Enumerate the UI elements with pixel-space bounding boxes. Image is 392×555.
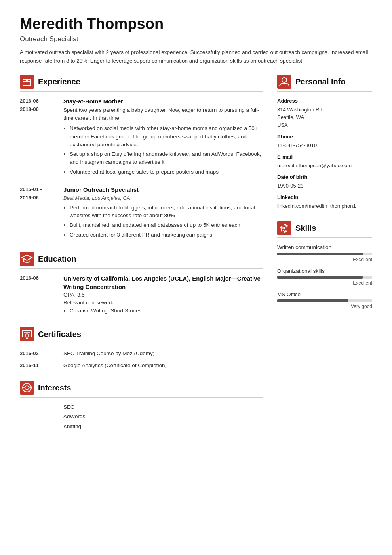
dob-value: 1990-05-23 [277, 182, 372, 190]
exp-job-title-1: Stay-at-Home Mother [63, 97, 263, 106]
left-column: Experience 2016-06 - 2018-06 Stay-at-Hom… [20, 75, 263, 442]
certificates-icon [20, 327, 34, 341]
svg-point-17 [283, 227, 285, 229]
skill-name-1: Written communication [277, 243, 372, 251]
svg-marker-4 [22, 255, 32, 260]
candidate-name: Meredith Thompson [20, 16, 372, 33]
cert-entry-1: 2016-02 SEO Training Course by Moz (Udem… [20, 350, 263, 358]
cert-name-2: Google Analytics (Certificate of Complet… [63, 362, 167, 369]
main-layout: Experience 2016-06 - 2018-06 Stay-at-Hom… [20, 75, 372, 442]
certificates-section: Certificates 2016-02 SEO Training Course… [20, 327, 263, 370]
edu-coursework-item-1: Creative Writing: Short Stories [70, 307, 263, 315]
skills-title: Skills [295, 222, 316, 234]
exp-bullets-1: Networked on social media with other sta… [63, 124, 263, 176]
skill-bar-1 [277, 253, 372, 255]
edu-coursework-label-1: Relevant coursework: [63, 299, 263, 307]
certificates-header: Certificates [20, 327, 263, 341]
svg-point-11 [25, 386, 29, 390]
exp-bullets-2: Performed outreach to bloggers, influenc… [63, 204, 263, 239]
email-label: E-mail [277, 153, 372, 161]
personal-info-icon [277, 75, 291, 89]
certificates-title: Certificates [38, 328, 81, 340]
interest-item-2: AdWords [63, 413, 263, 421]
exp-bullet-2-1: Performed outreach to bloggers, influenc… [70, 204, 263, 220]
skill-item-1: Written communication Excellent [277, 243, 372, 263]
personal-info-section: Personal Info Address 314 Washington Rd.… [277, 75, 372, 210]
cert-date-2: 2015-11 [20, 362, 55, 369]
cert-name-1: SEO Training Course by Moz (Udemy) [63, 350, 154, 358]
phone-value: +1-541-754-3010 [277, 142, 372, 149]
linkedin-label: LinkedIn [277, 193, 372, 201]
interest-item-3: Knitting [63, 423, 263, 431]
skill-bar-3 [277, 299, 372, 302]
skills-section: Skills Written communication Excellent O… [277, 221, 372, 310]
education-divider [20, 268, 263, 269]
skill-bar-fill-2 [277, 276, 363, 279]
skills-icon [277, 221, 291, 235]
exp-desc-1: Spent two years parenting a baby daughte… [63, 106, 263, 122]
interests-section: Interests SEO AdWords Knitting [20, 381, 263, 431]
address-value: 314 Washington Rd. Seattle, WA USA [277, 106, 372, 129]
personal-info-header: Personal Info [277, 75, 372, 89]
edu-school-1: University of California, Los Angeles (U… [63, 274, 263, 291]
skill-name-2: Organizational skills [277, 267, 372, 275]
exp-job-title-2: Junior Outreach Specialist [63, 186, 263, 195]
resume-page: Meredith Thompson Outreach Specialist A … [0, 0, 392, 555]
interests-divider [20, 397, 263, 398]
education-section: Education 2016-06 University of Californ… [20, 252, 263, 316]
header-section: Meredith Thompson Outreach Specialist A … [20, 16, 372, 65]
experience-icon [20, 75, 34, 89]
skill-level-2: Excellent [277, 279, 372, 287]
svg-point-16 [282, 78, 287, 82]
edu-content-1: University of California, Los Angeles (U… [63, 274, 263, 316]
cert-entry-2: 2015-11 Google Analytics (Certificate of… [20, 362, 263, 369]
candidate-summary: A motivated outreach specialist with 2 y… [20, 48, 372, 65]
education-title: Education [38, 253, 76, 265]
skills-divider [277, 237, 372, 238]
interests-icon [20, 381, 34, 395]
interest-item-1: SEO [63, 403, 263, 411]
right-column: Personal Info Address 314 Washington Rd.… [277, 75, 372, 442]
exp-bullet-2-2: Built, maintained, and updated email dat… [70, 221, 263, 229]
skill-name-3: MS Office [277, 291, 372, 299]
edu-coursework-list-1: Creative Writing: Short Stories [63, 307, 263, 315]
exp-company-2: Best Media, Los Angeles, CA [63, 194, 263, 202]
experience-divider [20, 91, 263, 92]
skill-bar-2 [277, 276, 372, 279]
experience-section: Experience 2016-06 - 2018-06 Stay-at-Hom… [20, 75, 263, 241]
edu-gpa-1: GPA: 3.5 [63, 291, 263, 299]
personal-info-title: Personal Info [295, 76, 346, 88]
skills-header: Skills [277, 221, 372, 235]
skill-item-3: MS Office Very good [277, 291, 372, 310]
skill-level-1: Excellent [277, 256, 372, 263]
exp-bullet-1-2: Set up a shop on Etsy offering handmade … [70, 150, 263, 166]
experience-entry-2: 2015-01 - 2016-06 Junior Outreach Specia… [20, 186, 263, 241]
certificates-divider [20, 344, 263, 344]
education-header: Education [20, 252, 263, 266]
email-value: meredith.thompson@yahoo.com [277, 162, 372, 170]
dob-label: Date of birth [277, 173, 372, 181]
exp-bullet-1-1: Networked on social media with other sta… [70, 124, 263, 149]
linkedin-value: linkedin.com/meredith_thomphon1 [277, 202, 372, 210]
exp-content-1: Stay-at-Home Mother Spent two years pare… [63, 97, 263, 178]
interests-header: Interests [20, 381, 263, 395]
personal-info-divider [277, 91, 372, 92]
education-entry-1: 2016-06 University of California, Los An… [20, 274, 263, 316]
experience-entry-1: 2016-06 - 2018-06 Stay-at-Home Mother Sp… [20, 97, 263, 178]
skill-item-2: Organizational skills Excellent [277, 267, 372, 287]
skill-bar-fill-1 [277, 253, 363, 255]
education-icon [20, 252, 34, 266]
exp-bullet-2-3: Created content for 3 different PR and m… [70, 231, 263, 239]
candidate-title: Outreach Specialist [20, 34, 372, 44]
skill-level-3: Very good [277, 303, 372, 310]
experience-header: Experience [20, 75, 263, 89]
edu-date-1: 2016-06 [20, 274, 55, 316]
interests-title: Interests [38, 382, 71, 394]
interests-list: SEO AdWords Knitting [63, 403, 263, 431]
exp-date-1: 2016-06 - 2018-06 [20, 97, 55, 178]
address-label: Address [277, 97, 372, 105]
phone-label: Phone [277, 133, 372, 141]
exp-content-2: Junior Outreach Specialist Best Media, L… [63, 186, 263, 241]
cert-date-1: 2016-02 [20, 350, 55, 358]
exp-bullet-1-3: Volunteered at local garage sales to pre… [70, 168, 263, 176]
